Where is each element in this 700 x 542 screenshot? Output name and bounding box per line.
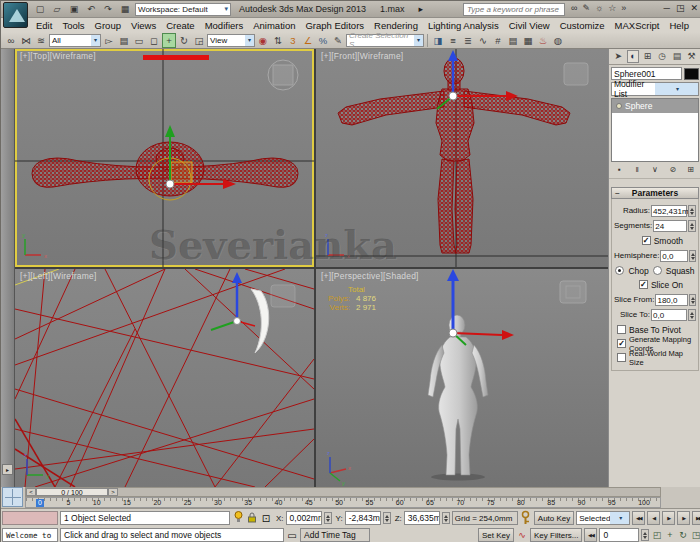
activeshade-icon[interactable]: ◍ <box>551 33 565 48</box>
menu-rendering[interactable]: Rendering <box>369 20 423 31</box>
menu-create[interactable]: Create <box>161 20 200 31</box>
rendered-frame-window-icon[interactable]: ▦ <box>521 33 535 48</box>
layer-manager-icon[interactable]: ≣ <box>461 33 475 48</box>
move-gizmo[interactable] <box>447 269 514 345</box>
menu-edit[interactable]: Edit <box>31 20 57 31</box>
subscription-icon[interactable]: ✎ <box>582 3 590 13</box>
maxscript-mini-listener-pink[interactable] <box>2 511 58 525</box>
smooth-checkbox[interactable]: ✓ <box>642 236 651 245</box>
tab-modify-icon[interactable]: ◐ <box>627 50 639 63</box>
segments-field[interactable]: 24 <box>653 220 687 232</box>
radius-field[interactable]: 452,431m <box>651 205 687 217</box>
redo-icon[interactable]: ↷ <box>101 2 115 16</box>
select-and-scale-icon[interactable]: ◲ <box>192 33 206 48</box>
object-color-swatch[interactable] <box>684 68 699 80</box>
use-pivot-center-icon[interactable]: ◉ <box>256 33 270 48</box>
selection-lock-icon[interactable] <box>246 511 258 525</box>
selection-filter-dropdown[interactable]: All ▾ <box>49 34 101 47</box>
auto-key-button[interactable]: Auto Key <box>534 511 574 525</box>
reference-coordinate-dropdown[interactable]: View ▾ <box>207 34 255 47</box>
viewport-left-canvas[interactable]: y z <box>15 269 314 487</box>
select-and-manipulate-icon[interactable]: ⇅ <box>271 33 285 48</box>
segments-spinner[interactable] <box>688 220 696 232</box>
viewcube[interactable] <box>560 281 586 303</box>
go-to-start-button[interactable]: ◀◀ <box>632 511 645 525</box>
real-world-map-size-checkbox[interactable] <box>617 353 626 362</box>
slice-from-field[interactable]: 180,0 <box>655 294 687 306</box>
select-and-move-icon[interactable]: + <box>162 33 176 48</box>
modifier-list-dropdown[interactable]: Modifier List ▾ <box>611 82 699 96</box>
search-icon[interactable]: ∞ <box>571 3 577 13</box>
expand-tab-icon[interactable]: ▸ <box>2 464 13 475</box>
viewport-front-canvas[interactable]: x z <box>316 49 608 267</box>
favorites-icon[interactable]: ☆ <box>608 3 616 13</box>
select-object-icon[interactable]: ▻ <box>102 33 116 48</box>
z-coord-field[interactable]: 36,635mm <box>404 511 440 525</box>
viewport-left[interactable]: [+][Left][Wireframe] <box>15 269 314 487</box>
workspace-dropdown[interactable]: Workspace: Default ▾ <box>135 3 231 16</box>
x-spinner[interactable] <box>324 512 332 524</box>
schematic-view-icon[interactable]: # <box>491 33 505 48</box>
snaps-toggle-icon[interactable]: 3 <box>286 33 300 48</box>
next-frame-button[interactable]: ▶ <box>677 511 690 525</box>
slice-to-field[interactable]: 0,0 <box>651 309 687 321</box>
menu-maxscript[interactable]: MAXScript <box>610 20 665 31</box>
stack-item-sphere[interactable]: Sphere <box>612 99 698 113</box>
project-folder-icon[interactable]: ▦ <box>118 2 132 16</box>
previous-frame-button[interactable]: ◀ <box>647 511 660 525</box>
squash-radio[interactable] <box>653 266 662 275</box>
viewport-perspective[interactable]: [+][Perspective][Shaded] Total Polys:4 8… <box>316 269 608 487</box>
configure-modifier-sets-icon[interactable]: ⊞ <box>684 164 697 176</box>
set-keys-key-icon[interactable] <box>520 510 532 527</box>
maximize-viewport-icon[interactable]: ◳ <box>690 528 700 542</box>
show-end-result-icon[interactable]: ‖ <box>631 164 644 176</box>
base-to-pivot-checkbox[interactable] <box>617 325 626 334</box>
time-slider-handle[interactable]: 0 / 100 <box>36 488 108 496</box>
move-gizmo[interactable] <box>211 272 255 330</box>
slice-to-spinner[interactable] <box>688 309 696 321</box>
previous-frame-button[interactable]: < <box>26 488 36 496</box>
viewport-top[interactable]: [+][Top][Wireframe] <box>15 49 314 267</box>
default-in-out-tangent-icon[interactable]: ∿ <box>516 530 528 540</box>
more-icon[interactable]: » <box>621 3 626 13</box>
viewport-front[interactable]: [+][Front][Wireframe] <box>316 49 608 267</box>
track-bar[interactable]: 0 5 10 15 20 25 30 35 40 45 50 55 60 65 … <box>25 497 661 508</box>
undo-icon[interactable]: ↶ <box>84 2 98 16</box>
minimize-button[interactable]: ─ <box>664 3 670 13</box>
restore-button[interactable]: ◳ <box>676 3 685 13</box>
generate-mapping-coords-checkbox[interactable]: ✓ <box>617 339 626 348</box>
pin-stack-icon[interactable]: ▪ <box>613 164 626 176</box>
menu-tools[interactable]: Tools <box>57 20 89 31</box>
menu-lighting-analysis[interactable]: Lighting Analysis <box>423 20 504 31</box>
bind-to-spacewarp-icon[interactable]: ≋ <box>34 33 48 48</box>
viewcube[interactable] <box>271 285 295 307</box>
parameters-rollout-header[interactable]: − Parameters <box>611 187 699 199</box>
menu-modifiers[interactable]: Modifiers <box>200 20 249 31</box>
viewport-perspective-label[interactable]: [+][Perspective][Shaded] <box>321 271 419 281</box>
viewcube[interactable] <box>268 60 298 90</box>
isolate-bulb-icon[interactable] <box>232 511 244 525</box>
viewport-top-label[interactable]: [+][Top][Wireframe] <box>20 51 96 61</box>
current-frame-field[interactable]: 0 <box>599 528 639 542</box>
align-icon[interactable]: ≡ <box>446 33 460 48</box>
menu-graph-editors[interactable]: Graph Editors <box>300 20 369 31</box>
chop-radio[interactable] <box>615 266 624 275</box>
add-time-tag[interactable]: Add Time Tag <box>300 528 370 542</box>
menu-help[interactable]: Help <box>664 20 694 31</box>
make-unique-icon[interactable]: ∨ <box>649 164 662 176</box>
viewcube[interactable] <box>564 63 588 85</box>
window-crossing-icon[interactable]: ◻ <box>147 33 161 48</box>
absolute-mode-icon[interactable]: ⊡ <box>260 513 272 524</box>
x-coord-field[interactable]: 0,002mm <box>286 511 322 525</box>
next-frame-button[interactable]: > <box>108 488 118 496</box>
radius-spinner[interactable] <box>688 205 696 217</box>
viewport-top-canvas[interactable]: x y <box>15 49 314 267</box>
y-coord-field[interactable]: -2,843mm <box>345 511 381 525</box>
play-button[interactable]: ▶ <box>662 511 675 525</box>
tab-motion-icon[interactable]: ◷ <box>656 50 668 63</box>
rectangular-selection-region-icon[interactable]: ▭ <box>132 33 146 48</box>
tab-utilities-icon[interactable]: ⚒ <box>686 50 698 63</box>
tab-create-icon[interactable]: ➤ <box>612 50 624 63</box>
slice-from-spinner[interactable] <box>689 294 696 306</box>
select-by-name-icon[interactable]: ▤ <box>117 33 131 48</box>
